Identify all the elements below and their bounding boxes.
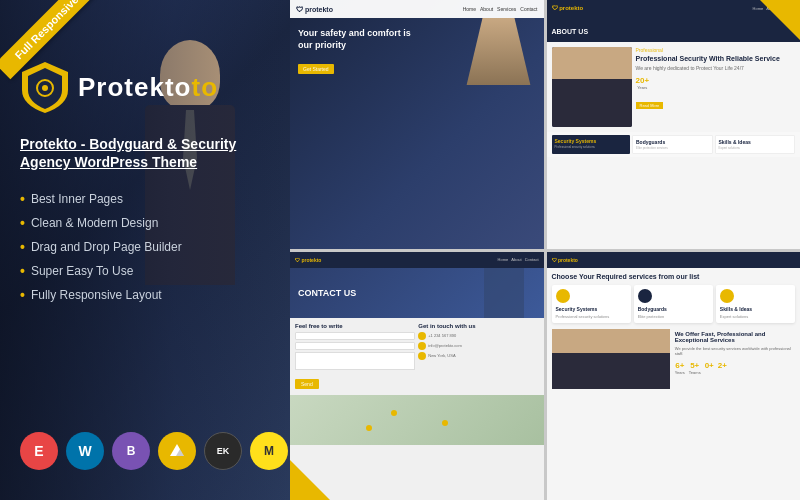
ss1-nav-links: Home About Services Contact xyxy=(463,6,538,12)
ss3-map-pin-3 xyxy=(366,425,372,431)
ss1-hero: Your safety and comfort is our priority … xyxy=(290,18,544,85)
ss4-section-title: Choose Your Required services from our l… xyxy=(547,268,801,285)
bootstrap-badge-icon: B xyxy=(112,432,150,470)
svg-point-1 xyxy=(42,85,48,91)
ss2-stats: 20+ Years xyxy=(636,76,796,90)
list-item: Best Inner Pages xyxy=(20,187,270,211)
logo-text: Protektoto xyxy=(78,72,218,103)
ss3-phone-icon xyxy=(418,332,426,340)
ss1-man-image xyxy=(459,18,539,85)
ss4-service-icon-2 xyxy=(638,289,652,303)
ss4-service-icon-3 xyxy=(720,289,734,303)
ss3-form: Feel free to write Send xyxy=(295,323,415,390)
feature-list: Best Inner Pages Clean & Modern Design D… xyxy=(20,187,270,307)
ss3-form-title: Feel free to write xyxy=(295,323,415,329)
ss4-logo: 🛡 protekto xyxy=(552,257,578,263)
list-item: Fully Responsive Layout xyxy=(20,283,270,307)
screenshot-services: 🛡 protekto Choose Your Required services… xyxy=(547,252,801,501)
screenshot-about: 🛡 protekto Home About Services ABOUT US … xyxy=(547,0,801,249)
screenshot-contact: 🛡 protekto Home About Contact CONTACT US… xyxy=(290,252,544,501)
ss3-hero-title: CONTACT US xyxy=(298,288,356,298)
ss2-content: Professional Professional Security With … xyxy=(547,42,801,132)
ss1-cta-button[interactable]: Get Started xyxy=(298,64,334,74)
ss2-logo: 🛡 protekto xyxy=(552,5,584,11)
screenshot-homepage: 🛡 protekto Home About Services Contact Y… xyxy=(290,0,544,249)
ss4-bottom-info: We Offer Fast, Professional and Exceptio… xyxy=(673,329,795,389)
icon-badges: E W B EK M xyxy=(20,432,288,470)
ss2-services-row: Security Systems Professional security s… xyxy=(547,132,801,157)
ss3-map-pin-2 xyxy=(442,420,448,426)
ss4-service-item: Security Systems Professional security s… xyxy=(552,285,631,323)
ss4-bottom: We Offer Fast, Professional and Exceptio… xyxy=(547,326,801,392)
ss4-header: 🛡 protekto xyxy=(547,252,801,268)
wordpress-badge-icon: W xyxy=(66,432,104,470)
ss2-body: We are highly dedicated to Protect Your … xyxy=(636,65,796,72)
ss3-info: Get in touch with us +1 234 567 890 info… xyxy=(418,323,538,390)
ss2-image xyxy=(552,47,632,127)
main-container: Full Responsive Protektoto Protekto - Bo… xyxy=(0,0,800,500)
list-item: Drag and Drop Page Builder xyxy=(20,235,270,259)
left-panel: Full Responsive Protektoto Protekto - Bo… xyxy=(0,0,290,500)
ss3-info-title: Get in touch with us xyxy=(418,323,538,329)
ss2-text-area: Professional Professional Security With … xyxy=(636,47,796,127)
elementor-badge-icon: E xyxy=(20,432,58,470)
ss3-name-input[interactable] xyxy=(295,332,415,340)
ss3-logo: 🛡 protekto xyxy=(295,257,321,263)
ss4-service-icon-1 xyxy=(556,289,570,303)
ss4-bottom-image xyxy=(552,329,670,389)
ss2-stat: 20+ Years xyxy=(636,76,650,90)
ss3-map-pin xyxy=(391,410,397,416)
mailchimp-badge-icon: M xyxy=(250,432,288,470)
ss2-title: Professional Security With Reliable Serv… xyxy=(636,55,796,62)
ss3-header: 🛡 protekto Home About Contact xyxy=(290,252,544,268)
ss4-services-grid: Security Systems Professional security s… xyxy=(547,285,801,323)
ss1-logo: 🛡 protekto xyxy=(296,6,333,13)
theme-title: Protekto - Bodyguard & Security Agency W… xyxy=(20,135,270,171)
ss2-read-more[interactable]: Read More xyxy=(636,102,664,109)
ss4-bottom-title: We Offer Fast, Professional and Exceptio… xyxy=(675,331,793,343)
ss1-nav: 🛡 protekto Home About Services Contact xyxy=(290,0,544,18)
ss3-hero-man xyxy=(484,268,524,318)
ss2-about-label: ABOUT US xyxy=(552,28,589,35)
ss3-contact-area: Feel free to write Send Get in touch wit… xyxy=(290,318,544,395)
ss3-email-input[interactable] xyxy=(295,342,415,350)
logo-area: Protektoto xyxy=(20,60,218,115)
ss3-hero: CONTACT US xyxy=(290,268,544,318)
ss2-header: 🛡 protekto Home About Services xyxy=(547,0,801,16)
ss3-message-input[interactable] xyxy=(295,352,415,370)
ss4-service-item-2: Bodyguards Elite protection xyxy=(634,285,713,323)
mountain-badge-icon xyxy=(158,432,196,470)
list-item: Super Easy To Use xyxy=(20,259,270,283)
right-panel: 🛡 protekto Home About Services Contact Y… xyxy=(290,0,800,500)
ss3-email-icon xyxy=(418,342,426,350)
ss4-service-item-3: Skills & Ideas Expert solutions xyxy=(716,285,795,323)
ss2-about-banner: ABOUT US xyxy=(547,16,801,42)
ss2-label: Professional xyxy=(636,47,796,53)
ek-badge-icon: EK xyxy=(204,432,242,470)
ss4-stats-row: 6+ Years 5+ Teams 0+ 2+ xyxy=(675,361,793,375)
ss1-hero-text: Your safety and comfort is our priority xyxy=(298,28,418,51)
ss3-send-button[interactable]: Send xyxy=(295,379,319,389)
shield-logo-icon xyxy=(20,60,70,115)
list-item: Clean & Modern Design xyxy=(20,211,270,235)
ss3-location-icon xyxy=(418,352,426,360)
ss3-map xyxy=(290,395,544,445)
content-area: Protekto - Bodyguard & Security Agency W… xyxy=(20,135,270,327)
